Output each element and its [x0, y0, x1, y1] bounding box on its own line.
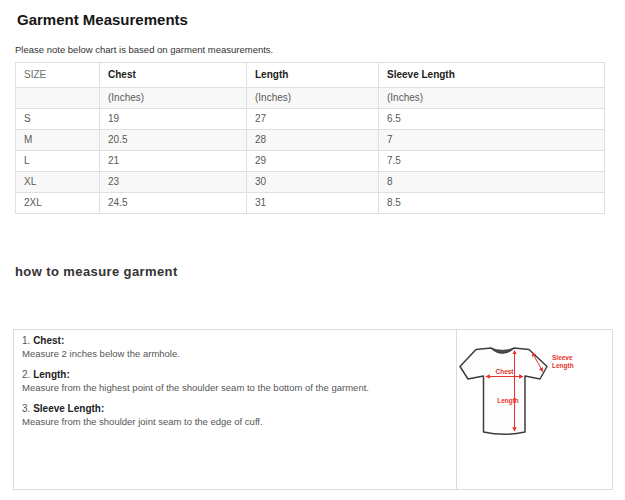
chest-cell: 24.5 — [100, 193, 247, 214]
how-to-measure-panel: 1. Chest: Measure 2 inches below the arm… — [13, 329, 613, 490]
instructions-panel: 1. Chest: Measure 2 inches below the arm… — [14, 330, 456, 489]
table-row-xl: XL 23 30 8 — [16, 172, 605, 193]
column-header-length: Length — [247, 63, 379, 88]
sleeve-arrow-label-line1: Sleeve — [552, 354, 573, 361]
size-cell: L — [16, 151, 100, 172]
table-row-l: L 21 29 7.5 — [16, 151, 605, 172]
units-row: (Inches) (Inches) (Inches) — [16, 88, 605, 109]
length-cell: 27 — [247, 109, 379, 130]
instruction-label: Sleeve Length: — [33, 403, 104, 414]
instruction-item-length: 2. Length: Measure from the highest poin… — [22, 368, 448, 394]
table-row-2xl: 2XL 24.5 31 8.5 — [16, 193, 605, 214]
instruction-item-chest: 1. Chest: Measure 2 inches below the arm… — [22, 334, 448, 360]
size-cell: M — [16, 130, 100, 151]
column-header-sleeve-length: Sleeve Length — [379, 63, 605, 88]
sleeve-cell: 8 — [379, 172, 605, 193]
table-row-m: M 20.5 28 7 — [16, 130, 605, 151]
sleeve-arrow-label-line2: Length — [552, 362, 574, 370]
chest-cell: 21 — [100, 151, 247, 172]
unit-cell-length: (Inches) — [247, 88, 379, 109]
column-header-size: SIZE — [16, 63, 100, 88]
table-row-s: S 19 27 6.5 — [16, 109, 605, 130]
instruction-number: 2. — [22, 369, 30, 380]
garment-measurements-page: Garment Measurements Please note below c… — [0, 0, 625, 490]
unit-cell-chest: (Inches) — [100, 88, 247, 109]
length-arrow-label: Length — [497, 397, 519, 405]
tshirt-measurement-diagram-icon: Chest Length Sleeve Length — [459, 336, 609, 448]
instruction-number: 1. — [22, 335, 30, 346]
instruction-item-sleeve-length: 3. Sleeve Length: Measure from the shoul… — [22, 402, 448, 428]
size-cell: XL — [16, 172, 100, 193]
size-chart-table: SIZE Chest Length Sleeve Length (Inches)… — [15, 62, 605, 214]
sleeve-cell: 6.5 — [379, 109, 605, 130]
unit-cell-empty — [16, 88, 100, 109]
sleeve-cell: 8.5 — [379, 193, 605, 214]
chest-cell: 19 — [100, 109, 247, 130]
measurement-note: Please note below chart is based on garm… — [15, 44, 625, 56]
unit-cell-sleeve: (Inches) — [379, 88, 605, 109]
tshirt-shape — [460, 348, 547, 434]
sleeve-cell: 7 — [379, 130, 605, 151]
length-cell: 29 — [247, 151, 379, 172]
chest-cell: 23 — [100, 172, 247, 193]
instruction-text: Measure from the shoulder joint seam to … — [22, 415, 448, 428]
instruction-label: Length: — [33, 369, 70, 380]
instruction-text: Measure 2 inches below the armhole. — [22, 347, 448, 360]
chest-arrow-label: Chest — [495, 368, 514, 375]
length-cell: 30 — [247, 172, 379, 193]
sleeve-cell: 7.5 — [379, 151, 605, 172]
section-title: how to measure garment — [15, 264, 625, 279]
header-row: SIZE Chest Length Sleeve Length — [16, 63, 605, 88]
size-cell: 2XL — [16, 193, 100, 214]
instruction-text: Measure from the highest point of the sh… — [22, 381, 448, 394]
diagram-panel: Chest Length Sleeve Length — [456, 330, 612, 489]
length-cell: 31 — [247, 193, 379, 214]
instruction-number: 3. — [22, 403, 30, 414]
page-title: Garment Measurements — [17, 11, 625, 28]
size-cell: S — [16, 109, 100, 130]
chest-cell: 20.5 — [100, 130, 247, 151]
instruction-label: Chest: — [33, 335, 64, 346]
length-cell: 28 — [247, 130, 379, 151]
column-header-chest: Chest — [100, 63, 247, 88]
